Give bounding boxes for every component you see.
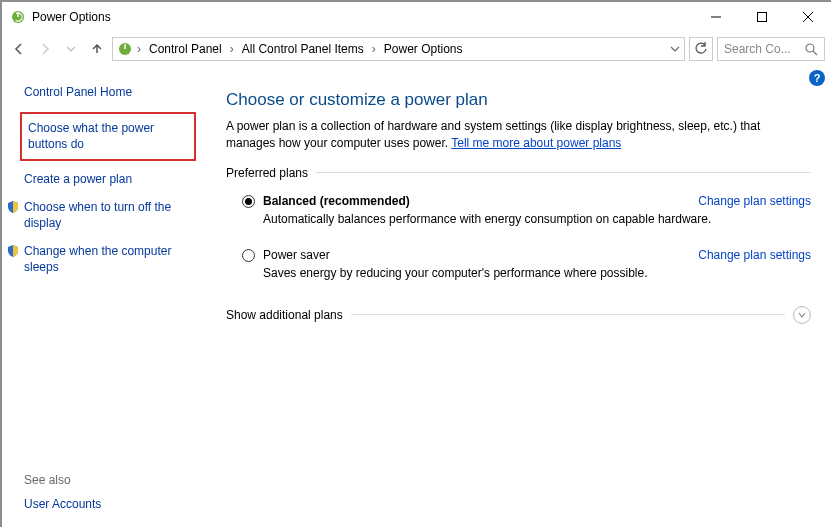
minimize-button[interactable] bbox=[693, 2, 739, 32]
main-content: ? Choose or customize a power plan A pow… bbox=[210, 66, 831, 527]
back-button[interactable] bbox=[8, 38, 30, 60]
preferred-plans-header: Preferred plans bbox=[226, 166, 811, 184]
chevron-right-icon: › bbox=[228, 42, 236, 56]
page-title: Choose or customize a power plan bbox=[226, 90, 811, 110]
forward-button[interactable] bbox=[34, 38, 56, 60]
chevron-down-icon bbox=[793, 306, 811, 324]
plan-title: Balanced (recommended) bbox=[263, 194, 410, 208]
svg-rect-3 bbox=[758, 13, 767, 22]
search-icon bbox=[805, 43, 818, 56]
address-icon bbox=[117, 41, 133, 57]
up-button[interactable] bbox=[86, 38, 108, 60]
chevron-down-icon[interactable] bbox=[670, 44, 680, 54]
window-controls bbox=[693, 2, 831, 32]
sidebar-link-turn-off-display[interactable]: Choose when to turn off the display bbox=[24, 199, 200, 231]
see-also-user-accounts[interactable]: User Accounts bbox=[24, 497, 101, 511]
intro-text: A power plan is a collection of hardware… bbox=[226, 118, 806, 152]
sidebar-link-create-plan[interactable]: Create a power plan bbox=[24, 171, 200, 187]
plan-balanced: Balanced (recommended) Change plan setti… bbox=[242, 194, 811, 226]
search-placeholder: Search Co... bbox=[724, 42, 791, 56]
breadcrumb-item[interactable]: Control Panel bbox=[145, 42, 226, 56]
change-plan-settings-link[interactable]: Change plan settings bbox=[698, 248, 811, 262]
maximize-button[interactable] bbox=[739, 2, 785, 32]
shield-icon bbox=[6, 244, 20, 258]
chevron-right-icon: › bbox=[135, 42, 143, 56]
navbar: › Control Panel › All Control Panel Item… bbox=[2, 32, 831, 66]
intro-link[interactable]: Tell me more about power plans bbox=[451, 136, 621, 150]
sidebar-link-computer-sleeps[interactable]: Change when the computer sleeps bbox=[24, 243, 200, 275]
recent-locations-button[interactable] bbox=[60, 38, 82, 60]
plan-desc: Automatically balances performance with … bbox=[263, 212, 811, 226]
svg-point-7 bbox=[806, 44, 814, 52]
search-input[interactable]: Search Co... bbox=[717, 37, 825, 61]
breadcrumb-item[interactable]: All Control Panel Items bbox=[238, 42, 368, 56]
window-title: Power Options bbox=[32, 10, 111, 24]
refresh-button[interactable] bbox=[689, 37, 713, 61]
plan-title: Power saver bbox=[263, 248, 330, 262]
show-additional-plans[interactable]: Show additional plans bbox=[226, 306, 811, 324]
close-button[interactable] bbox=[785, 2, 831, 32]
app-icon bbox=[10, 9, 26, 25]
control-panel-home-link[interactable]: Control Panel Home bbox=[24, 84, 200, 100]
titlebar: Power Options bbox=[2, 2, 831, 32]
address-bar[interactable]: › Control Panel › All Control Panel Item… bbox=[112, 37, 685, 61]
plan-power-saver: Power saver Change plan settings Saves e… bbox=[242, 248, 811, 280]
svg-line-8 bbox=[813, 51, 817, 55]
help-icon[interactable]: ? bbox=[809, 70, 825, 86]
plan-radio-power-saver[interactable] bbox=[242, 249, 255, 262]
plan-desc: Saves energy by reducing your computer's… bbox=[263, 266, 811, 280]
see-also: See also User Accounts bbox=[24, 473, 101, 511]
see-also-header: See also bbox=[24, 473, 101, 487]
plan-radio-balanced[interactable] bbox=[242, 195, 255, 208]
breadcrumb-item[interactable]: Power Options bbox=[380, 42, 467, 56]
sidebar-link-power-buttons[interactable]: Choose what the power buttons do bbox=[20, 112, 196, 160]
chevron-right-icon: › bbox=[370, 42, 378, 56]
shield-icon bbox=[6, 200, 20, 214]
change-plan-settings-link[interactable]: Change plan settings bbox=[698, 194, 811, 208]
sidebar: Control Panel Home Choose what the power… bbox=[2, 66, 210, 527]
